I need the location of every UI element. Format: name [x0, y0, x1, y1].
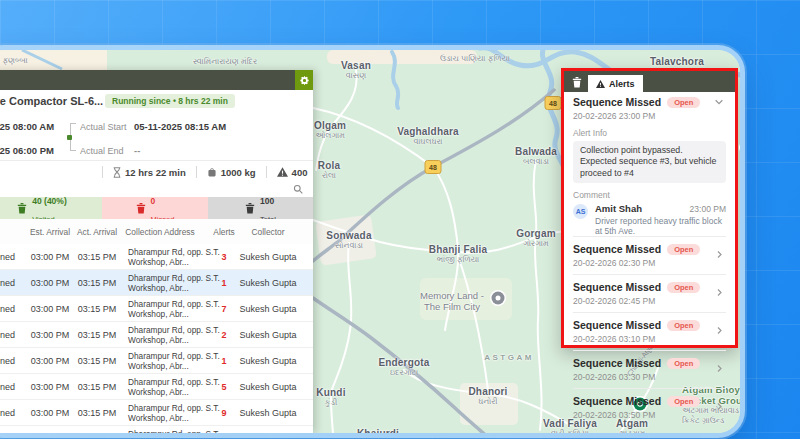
map-label-gorgam: Gorgamગોરગામ [516, 228, 556, 249]
row-collector: Sukesh Gupta [239, 356, 296, 366]
row-act: 03:15 PM [78, 382, 117, 392]
actual-start-label: Actual Start [80, 122, 127, 132]
app-window: ફણબ્બા સ્વામિનારાયણ મંદિર ઉડાચ પાણિયા ફળ… [0, 50, 740, 433]
alert-list-item[interactable]: Sequence Missed Open 20-02-2026 03:10 PM [573, 312, 726, 350]
chevron-right-icon[interactable] [715, 288, 724, 297]
row-alert-count: 5 [221, 382, 226, 392]
col-collection-address: Collection Address [125, 227, 194, 237]
map-label-olgam: Olgamઓલગામ [314, 120, 346, 141]
memory-land-poi-icon[interactable] [492, 292, 505, 305]
table-header: Est. Arrival Act. Arrival Collection Add… [0, 219, 313, 245]
alert-datetime: 20-02-2026 23:00 PM [573, 111, 726, 121]
trip-metrics-row: 12 hrs 22 min 1000 kg 400 [0, 160, 313, 183]
table-row[interactable]: Planned 03:00 PM 03:15 PM Dharampur Rd, … [0, 348, 313, 374]
settings-button[interactable] [295, 70, 313, 90]
alert-list-item[interactable]: Sequence Missed Open 20-02-2026 03:50 PM [573, 388, 726, 426]
table-row[interactable]: Planned 03:00 PM 03:15 PM Dharampur Rd, … [0, 374, 313, 400]
planned-start-value: 05-11-2025 08:00 AM [0, 121, 54, 132]
alert-info-label: Alert Info [573, 128, 726, 138]
chevron-right-icon[interactable] [715, 250, 724, 259]
row-act: 03:15 PM [78, 252, 117, 262]
running-status-badge: Running since • 8 hrs 22 min [105, 94, 235, 108]
chevron-down-icon[interactable] [714, 97, 724, 107]
chevron-right-icon[interactable] [715, 364, 724, 373]
alert-datetime: 20-02-2026 02:45 PM [573, 296, 726, 306]
map-label-astgam-area: ASTGAM [484, 353, 534, 362]
comment-time: 23:00 PM [690, 204, 726, 214]
row-alert-count: 7 [221, 304, 226, 314]
row-act: 03:15 PM [78, 356, 117, 366]
table-row-selected[interactable]: Planned 03:00 PM 03:15 PM Dharampur Rd, … [0, 270, 313, 296]
map-label-sonwada: Sonwadaસોનવાડા [326, 230, 371, 251]
row-est: 03:00 PM [31, 330, 70, 340]
collection-summary-bar: 40 (40%)Visited 0Missed 100Total [0, 197, 313, 219]
row-status: Planned [0, 382, 15, 392]
row-collector: Sukesh Gupta [239, 408, 296, 418]
vehicle-title: Waste Compactor SL-6... [0, 95, 103, 107]
alert-status-badge: Open [667, 97, 700, 108]
row-est: 03:00 PM [31, 278, 70, 288]
alert-status-badge: Open [667, 282, 700, 293]
alert-datetime: 20-02-2026 02:30 PM [573, 258, 726, 268]
alert-status-badge: Open [667, 320, 700, 331]
missed-summary: 0Missed [102, 197, 208, 219]
row-collector: Sukesh Gupta [239, 382, 296, 392]
row-status: Planned [0, 356, 15, 366]
alert-status-badge: Open [667, 396, 700, 407]
alerts-panel: Alerts Sequence Missed Open 20-02-2026 2… [561, 68, 738, 348]
highway-shield-48: 48 [425, 160, 442, 174]
trash-icon [136, 202, 146, 214]
col-est-arrival: Est. Arrival [30, 227, 70, 237]
alert-title: Sequence Missed [573, 281, 661, 293]
row-status: Planned [0, 252, 15, 262]
chevron-right-icon[interactable] [715, 326, 724, 335]
trip-capacity: 1000 kg [207, 167, 256, 178]
avatar: AS [573, 204, 588, 219]
comment-label: Comment [573, 190, 726, 200]
row-act: 03:15 PM [78, 304, 117, 314]
actual-start-value: 05-11-2025 08:15 AM [134, 121, 226, 132]
row-address: Dharampur Rd, opp. S.T. Workshop, Abr... [128, 272, 220, 293]
alert-list-item[interactable]: Sequence Missed Open 20-02-2026 03:30 PM [573, 350, 726, 388]
alert-title: Sequence Missed [573, 96, 661, 108]
row-address: Dharampur Rd, opp. S.T. Workshop, Abr... [128, 298, 220, 319]
alert-datetime: 20-02-2026 03:30 PM [573, 372, 726, 382]
tab-alerts[interactable]: Alerts [588, 75, 643, 92]
row-alert-count: 9 [221, 408, 226, 418]
alert-status-badge: Open [667, 244, 700, 255]
row-address: Dharampur Rd, opp. S.T. Workshop, Abr... [128, 350, 220, 371]
row-status: Planned [0, 304, 15, 314]
row-est: 03:00 PM [31, 304, 70, 314]
table-row[interactable]: Planned 03:00 PM 03:15 PM Dharampur Rd, … [0, 426, 313, 433]
row-address: Dharampur Rd, opp. S.T. Workshop, Abr... [128, 428, 220, 433]
alerts-panel-header: Alerts [564, 71, 735, 92]
highway-shield-48: 48 [545, 96, 562, 110]
alert-list-item[interactable]: Sequence Missed Open 20-02-2026 02:45 PM [573, 274, 726, 312]
row-collector: Sukesh Gupta [239, 304, 296, 314]
alerts-panel-body: Sequence Missed Open 20-02-2026 23:00 PM… [564, 92, 735, 426]
visited-summary: 40 (40%)Visited [0, 197, 102, 219]
alert-datetime: 20-02-2026 03:50 PM [573, 410, 726, 420]
row-alert-count: 2 [221, 330, 226, 340]
trash-icon[interactable] [572, 76, 582, 88]
alert-list-item[interactable]: Sequence Missed Open 20-02-2026 02:30 PM [573, 236, 726, 274]
gear-icon [299, 75, 310, 86]
table-row[interactable]: Planned 03:00 PM 03:15 PM Dharampur Rd, … [0, 400, 313, 426]
table-row[interactable]: Planned 03:00 PM 03:15 PM Dharampur Rd, … [0, 296, 313, 322]
comment-text: Driver reported heavy traffic block at 5… [595, 216, 726, 236]
table-row[interactable]: Planned 03:00 PM 03:15 PM Dharampur Rd, … [0, 322, 313, 348]
map-label-endergota: Endergotaઇદરગોટા [378, 357, 429, 378]
alert-card-expanded[interactable]: Sequence Missed Open 20-02-2026 23:00 PM… [573, 96, 726, 236]
map-label-swaminarayan: સ્વામિનારાયણ મંદિર [193, 57, 257, 67]
collection-table: Planned 03:00 PM 03:15 PM Dharampur Rd, … [0, 244, 313, 433]
search-icon[interactable] [293, 184, 303, 194]
table-row[interactable]: Planned 03:00 PM 03:15 PM Dharampur Rd, … [0, 244, 313, 270]
row-act: 03:15 PM [78, 330, 117, 340]
warning-triangle-icon [596, 80, 605, 88]
alert-title: Sequence Missed [573, 319, 661, 331]
row-status: Planned [0, 408, 15, 418]
actual-end-value: -- [134, 145, 140, 156]
chevron-right-icon[interactable] [715, 402, 724, 411]
warning-triangle-icon [277, 167, 288, 177]
row-alert-count: 1 [221, 356, 226, 366]
